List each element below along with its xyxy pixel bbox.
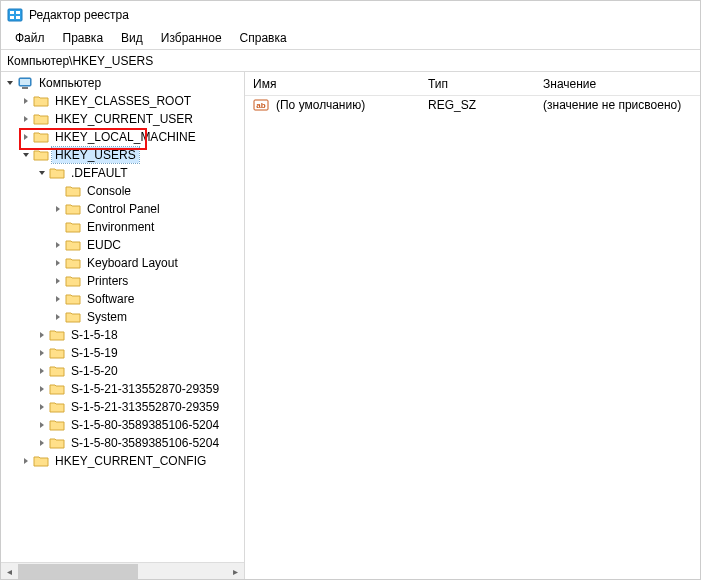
tree-hkcr[interactable]: HKEY_CLASSES_ROOT [1,92,244,110]
chevron-down-icon[interactable] [19,148,33,162]
folder-icon [65,219,81,235]
chevron-right-icon[interactable] [51,256,65,270]
tree-s80a[interactable]: S-1-5-80-3589385106-5204 [1,416,244,434]
folder-icon [49,381,65,397]
svg-rect-1 [10,11,14,14]
list-row[interactable]: ab (По умолчанию) REG_SZ (значение не пр… [245,96,700,114]
tree-console[interactable]: Console [1,182,244,200]
scroll-thumb[interactable] [18,564,138,579]
scroll-right-icon[interactable]: ▸ [227,563,244,579]
chevron-right-icon[interactable] [19,112,33,126]
tree-scroll[interactable]: Компьютер HKEY_CLASSES_ROOT HKEY_CURRENT… [1,72,244,562]
chevron-right-icon[interactable] [35,436,49,450]
folder-icon [33,129,49,145]
tree-root[interactable]: Компьютер [1,74,244,92]
menu-view[interactable]: Вид [113,29,151,47]
folder-icon [65,291,81,307]
tree-label: Keyboard Layout [84,255,181,271]
tree-environment[interactable]: Environment [1,218,244,236]
chevron-right-icon[interactable] [35,400,49,414]
menu-help[interactable]: Справка [232,29,295,47]
chevron-right-icon[interactable] [35,364,49,378]
list-header: Имя Тип Значение [245,72,700,96]
chevron-right-icon[interactable] [35,418,49,432]
svg-rect-2 [16,11,20,14]
address-text: Компьютер\HKEY_USERS [7,54,153,68]
tree-hscrollbar[interactable]: ◂ ▸ [1,562,244,579]
scroll-track[interactable] [18,563,227,579]
menu-file[interactable]: Файл [7,29,53,47]
folder-icon [65,273,81,289]
tree-pane: Компьютер HKEY_CLASSES_ROOT HKEY_CURRENT… [1,72,245,579]
chevron-right-icon[interactable] [51,238,65,252]
tree-label: S-1-5-18 [68,327,121,343]
svg-rect-3 [10,16,14,19]
tree-label: Printers [84,273,131,289]
folder-icon [33,453,49,469]
tree-printers[interactable]: Printers [1,272,244,290]
chevron-right-icon[interactable] [35,382,49,396]
tree-default[interactable]: .DEFAULT [1,164,244,182]
tree-hkcc[interactable]: HKEY_CURRENT_CONFIG [1,452,244,470]
computer-icon [17,75,33,91]
tree-label: S-1-5-19 [68,345,121,361]
tree-label: Control Panel [84,201,163,217]
list-body[interactable]: ab (По умолчанию) REG_SZ (значение не пр… [245,96,700,579]
tree-eudc[interactable]: EUDC [1,236,244,254]
folder-icon [65,255,81,271]
chevron-down-icon[interactable] [35,166,49,180]
tree-hku[interactable]: HKEY_USERS [1,146,244,164]
folder-icon [49,363,65,379]
folder-icon [49,165,65,181]
string-value-icon: ab [253,97,269,113]
tree-label: HKEY_CURRENT_CONFIG [52,453,209,469]
menu-favorites[interactable]: Избранное [153,29,230,47]
col-header-type[interactable]: Тип [420,72,535,95]
chevron-right-icon[interactable] [35,346,49,360]
tree-hkcu[interactable]: HKEY_CURRENT_USER [1,110,244,128]
tree-label: S-1-5-80-3589385106-5204 [68,435,222,451]
chevron-right-icon[interactable] [19,130,33,144]
chevron-right-icon[interactable] [51,202,65,216]
chevron-down-icon[interactable] [3,76,17,90]
tree-s18[interactable]: S-1-5-18 [1,326,244,344]
chevron-right-icon[interactable] [51,310,65,324]
tree-label: EUDC [84,237,124,253]
tree-s19[interactable]: S-1-5-19 [1,344,244,362]
tree-label: Console [84,183,134,199]
folder-icon [33,93,49,109]
folder-icon [49,417,65,433]
svg-text:ab: ab [256,101,265,110]
chevron-right-icon[interactable] [19,94,33,108]
window-title: Редактор реестра [29,8,129,22]
title-bar: Редактор реестра [1,1,700,29]
col-header-name[interactable]: Имя [245,72,420,95]
folder-icon [33,111,49,127]
tree-controlpanel[interactable]: Control Panel [1,200,244,218]
tree-hklm[interactable]: HKEY_LOCAL_MACHINE [1,128,244,146]
address-bar[interactable]: Компьютер\HKEY_USERS [1,50,700,72]
tree-label: Компьютер [36,75,104,91]
folder-icon [49,327,65,343]
content-area: Компьютер HKEY_CLASSES_ROOT HKEY_CURRENT… [1,72,700,579]
menu-edit[interactable]: Правка [55,29,112,47]
svg-rect-6 [20,79,30,85]
chevron-right-icon[interactable] [51,274,65,288]
tree-software[interactable]: Software [1,290,244,308]
tree-s21b[interactable]: S-1-5-21-313552870-29359 [1,398,244,416]
tree-label: HKEY_LOCAL_MACHINE [52,129,199,145]
scroll-left-icon[interactable]: ◂ [1,563,18,579]
tree-label: System [84,309,130,325]
col-header-value[interactable]: Значение [535,72,700,95]
tree-label: HKEY_USERS [52,147,139,163]
tree-keyboard[interactable]: Keyboard Layout [1,254,244,272]
chevron-right-icon[interactable] [51,292,65,306]
svg-rect-0 [8,9,22,21]
chevron-right-icon[interactable] [19,454,33,468]
tree-s21a[interactable]: S-1-5-21-313552870-29359 [1,380,244,398]
tree-s80b[interactable]: S-1-5-80-3589385106-5204 [1,434,244,452]
tree-system[interactable]: System [1,308,244,326]
tree-s20[interactable]: S-1-5-20 [1,362,244,380]
chevron-right-icon[interactable] [35,328,49,342]
folder-icon [33,147,49,163]
